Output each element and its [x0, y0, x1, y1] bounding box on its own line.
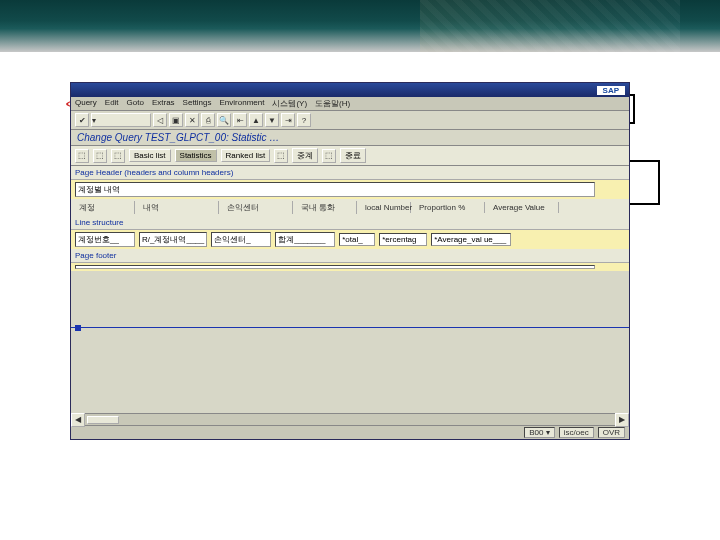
- line-col-4-input[interactable]: 합계_______: [275, 232, 335, 247]
- menu-goto[interactable]: Goto: [127, 98, 144, 109]
- hdr-col-1: 계정: [75, 201, 135, 214]
- line-structure-section-label: Line structure: [71, 216, 629, 230]
- menu-settings[interactable]: Settings: [183, 98, 212, 109]
- footer-text-input[interactable]: [75, 265, 595, 269]
- statistics-button[interactable]: Statistics: [175, 149, 217, 162]
- body-spacer-1: [71, 271, 629, 321]
- list-btn-5-icon[interactable]: ⬚: [322, 149, 336, 163]
- menubar[interactable]: Query Edit Goto Extras Settings Environm…: [71, 97, 629, 111]
- tool-pageup-icon[interactable]: ▲: [249, 113, 263, 127]
- tool-page1-icon[interactable]: ⇤: [233, 113, 247, 127]
- slide-decoration-header: [0, 0, 720, 52]
- scroll-right-icon[interactable]: ▶: [615, 413, 629, 427]
- slide-body: 다수의 Statistics 설정이 가능 Header / Footer 변경…: [0, 52, 720, 450]
- line-col-7-input[interactable]: *Average_val ue___: [431, 233, 511, 246]
- hdr-col-4: 국내 통화: [297, 201, 357, 214]
- list-toolbar[interactable]: ⬚ ⬚ ⬚ Basic list Statistics Ranked list …: [71, 145, 629, 166]
- menu-extras[interactable]: Extras: [152, 98, 175, 109]
- sap-logo: SAP: [597, 86, 625, 95]
- ranked-list-button[interactable]: Ranked list: [221, 149, 271, 162]
- app-title: Change Query TEST_GLPCT_00: Statistic …: [71, 130, 629, 145]
- hdr-col-3: 손익센터: [223, 201, 293, 214]
- status-server[interactable]: B00 ▾: [524, 427, 554, 438]
- tool-cancel-icon[interactable]: ✕: [185, 113, 199, 127]
- horizontal-scrollbar[interactable]: ◀ ▶: [71, 413, 629, 425]
- list-btn-1-icon[interactable]: ⬚: [75, 149, 89, 163]
- list-btn-4-icon[interactable]: ⬚: [274, 149, 288, 163]
- line-col-1-input[interactable]: 계정번호__: [75, 232, 135, 247]
- status-ovr: OVR: [598, 427, 625, 438]
- line-col-6-input[interactable]: *ercentag: [379, 233, 427, 246]
- body-spacer-2: [71, 333, 629, 413]
- tool-help-icon[interactable]: ?: [297, 113, 311, 127]
- hdr-col-7: Average Value: [489, 202, 559, 213]
- menu-edit[interactable]: Edit: [105, 98, 119, 109]
- tool-exit-icon[interactable]: ▣: [169, 113, 183, 127]
- standard-toolbar[interactable]: ✔ ▾ ◁ ▣ ✕ ⎙ 🔍 ⇤ ▲ ▼ ⇥ ?: [71, 111, 629, 130]
- tool-pagedn-icon[interactable]: ▼: [265, 113, 279, 127]
- window-titlebar[interactable]: SAP: [71, 83, 629, 97]
- line-structure-row[interactable]: 계정번호__ R/_계정내역____ 손익센터_ 합계_______ *otal…: [71, 230, 629, 249]
- scroll-thumb[interactable]: [87, 416, 119, 424]
- tool-pagelast-icon[interactable]: ⇥: [281, 113, 295, 127]
- list-btn-2-icon[interactable]: ⬚: [93, 149, 107, 163]
- tool-back-icon[interactable]: ◁: [153, 113, 167, 127]
- header-text-input[interactable]: 계정별 내역: [75, 182, 595, 197]
- sap-window: SAP Query Edit Goto Extras Settings Envi…: [70, 82, 630, 440]
- tool-command-icon[interactable]: ▾: [91, 113, 151, 127]
- footer-text-row[interactable]: [71, 263, 629, 271]
- tool-find-icon[interactable]: 🔍: [217, 113, 231, 127]
- menu-help[interactable]: 도움말(H): [315, 98, 350, 109]
- line-col-3-input[interactable]: 손익센터_: [211, 232, 271, 247]
- basic-list-button[interactable]: Basic list: [129, 149, 171, 162]
- list-btn-3-icon[interactable]: ⬚: [111, 149, 125, 163]
- section-divider: [71, 321, 629, 333]
- hdr-col-6: Proportion %: [415, 202, 485, 213]
- menu-environment[interactable]: Environment: [220, 98, 265, 109]
- tool-print-icon[interactable]: ⎙: [201, 113, 215, 127]
- menu-system[interactable]: 시스템(Y): [272, 98, 307, 109]
- header-columns-row: 계정 내역 손익센터 국내 통화 local Number Proportion…: [71, 199, 629, 216]
- tool-check-icon[interactable]: ✔: [75, 113, 89, 127]
- statusbar: B00 ▾ isc/oec OVR: [71, 425, 629, 439]
- header-text-row[interactable]: 계정별 내역: [71, 180, 629, 199]
- page-footer-section-label: Page footer: [71, 249, 629, 263]
- status-mode: isc/oec: [559, 427, 594, 438]
- line-col-2-input[interactable]: R/_계정내역____: [139, 232, 207, 247]
- exit-button[interactable]: 종료: [340, 148, 366, 163]
- line-col-5-input[interactable]: *otal_: [339, 233, 375, 246]
- menu-query[interactable]: Query: [75, 98, 97, 109]
- hdr-col-2: 내역: [139, 201, 219, 214]
- scroll-left-icon[interactable]: ◀: [71, 413, 85, 427]
- hdr-col-5: local Number: [361, 202, 411, 213]
- page-header-section-label: Page Header (headers and column headers): [71, 166, 629, 180]
- mid-button[interactable]: 중계: [292, 148, 318, 163]
